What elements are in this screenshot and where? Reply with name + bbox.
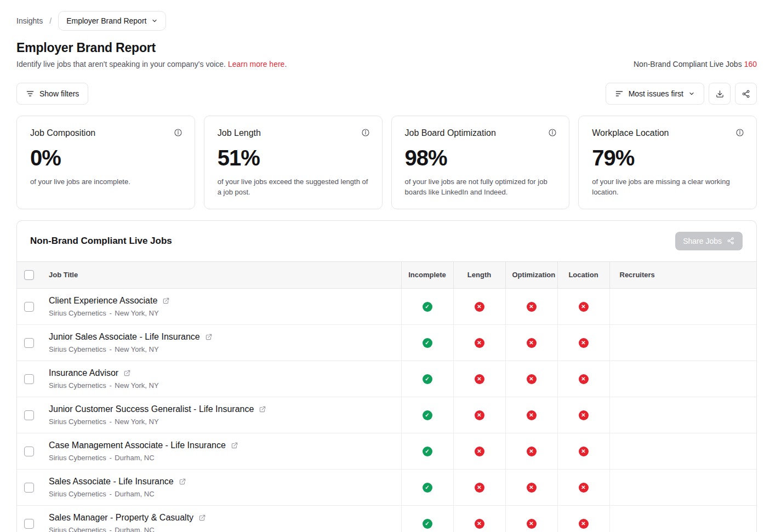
sort-dropdown[interactable]: Most issues first	[606, 83, 704, 105]
toolbar: Show filters Most issues first	[16, 83, 757, 105]
breadcrumb: Insights / Employer Brand Report	[16, 11, 757, 31]
card-title: Job Board Optimization	[405, 128, 496, 138]
column-header-location[interactable]: Location	[557, 261, 609, 288]
status-icon: ✓	[423, 447, 432, 456]
card-description: of your live jobs are incomplete.	[30, 177, 182, 187]
download-icon	[715, 89, 725, 99]
status-icon: ✕	[475, 519, 484, 529]
table-row: Junior Customer Success Generalist - Lif…	[17, 397, 756, 433]
breadcrumb-insights[interactable]: Insights	[16, 16, 43, 25]
share-jobs-button[interactable]: Share Jobs	[675, 232, 743, 250]
breadcrumb-separator: /	[49, 16, 52, 25]
stat-card-job-composition: Job Composition 0% of your live jobs are…	[16, 116, 195, 209]
card-title: Job Length	[218, 128, 261, 138]
share-jobs-label: Share Jobs	[683, 237, 722, 245]
stat-card-workplace-location: Workplace Location 79% of your live jobs…	[578, 116, 757, 209]
table-row: Junior Sales Associate - Life Insurance …	[17, 324, 756, 361]
column-header-job-title[interactable]: Job Title	[39, 261, 401, 288]
status-icon: ✓	[423, 483, 432, 493]
column-header-incomplete[interactable]: Incomplete	[401, 261, 453, 288]
job-meta: Sirius Cybernetics - New York, NY	[49, 417, 395, 426]
card-description: of your live jobs are not fully optimize…	[405, 177, 557, 198]
page-subtitle: Identify live jobs that aren't speaking …	[16, 60, 287, 68]
job-title-link[interactable]: Junior Customer Success Generalist - Lif…	[49, 404, 254, 414]
row-checkbox[interactable]	[24, 338, 34, 348]
row-checkbox[interactable]	[24, 447, 34, 456]
status-icon: ✕	[579, 410, 589, 420]
recruiters-cell	[609, 469, 756, 505]
card-value: 79%	[592, 146, 744, 170]
column-header-recruiters[interactable]: Recruiters	[609, 261, 756, 288]
card-value: 98%	[405, 146, 557, 170]
stat-card-job-board-optimization: Job Board Optimization 98% of your live …	[391, 116, 570, 209]
info-icon[interactable]	[361, 128, 370, 137]
column-header-optimization[interactable]: Optimization	[505, 261, 557, 288]
toolbar-right: Most issues first	[606, 83, 757, 105]
external-link-icon[interactable]	[231, 442, 238, 449]
job-meta: Sirius Cybernetics - Durham, NC	[49, 490, 395, 498]
chevron-down-icon	[688, 90, 695, 97]
status-icon: ✕	[475, 483, 484, 493]
show-filters-button[interactable]: Show filters	[16, 83, 88, 105]
row-checkbox[interactable]	[24, 374, 34, 384]
external-link-icon[interactable]	[179, 478, 186, 485]
report-selector-label: Employer Brand Report	[66, 16, 146, 25]
status-icon: ✕	[475, 338, 484, 348]
sort-icon	[615, 89, 624, 98]
status-icon: ✕	[475, 302, 484, 312]
recruiters-cell	[609, 324, 756, 361]
status-icon: ✕	[579, 338, 589, 348]
row-checkbox[interactable]	[24, 302, 34, 312]
external-link-icon[interactable]	[259, 405, 266, 413]
sort-label: Most issues first	[629, 89, 683, 98]
external-link-icon[interactable]	[198, 514, 206, 522]
employer-brand-report-page: Insights / Employer Brand Report Employe…	[0, 0, 770, 532]
share-icon	[742, 89, 751, 99]
job-meta: Sirius Cybernetics - New York, NY	[49, 345, 395, 353]
status-icon: ✕	[579, 447, 589, 456]
job-meta: Sirius Cybernetics - New York, NY	[49, 309, 395, 317]
download-button[interactable]	[709, 83, 731, 105]
info-icon[interactable]	[548, 128, 557, 137]
status-icon: ✕	[579, 374, 589, 384]
job-title-link[interactable]: Client Experience Associate	[49, 296, 157, 306]
show-filters-label: Show filters	[39, 89, 79, 98]
card-description: of your live jobs exceed the suggested l…	[218, 177, 370, 198]
stat-cards: Job Composition 0% of your live jobs are…	[16, 116, 757, 209]
job-title-link[interactable]: Insurance Advisor	[49, 368, 118, 378]
column-header-length[interactable]: Length	[453, 261, 505, 288]
job-meta: Sirius Cybernetics - Durham, NC	[49, 526, 395, 532]
job-title-link[interactable]: Junior Sales Associate - Life Insurance	[49, 332, 200, 342]
job-title-link[interactable]: Case Management Associate - Life Insuran…	[49, 441, 226, 450]
share-button[interactable]	[735, 83, 757, 105]
card-title: Job Composition	[30, 128, 95, 138]
row-checkbox[interactable]	[24, 519, 34, 529]
table-header-row: Job Title Incomplete Length Optimization…	[17, 261, 756, 288]
external-link-icon[interactable]	[123, 369, 131, 377]
learn-more-link[interactable]: Learn more here	[228, 60, 285, 68]
status-icon: ✕	[527, 302, 537, 312]
info-icon[interactable]	[735, 128, 744, 137]
job-title-link[interactable]: Sales Associate - Life Insurance	[49, 477, 174, 487]
row-checkbox[interactable]	[24, 483, 34, 493]
table-row: Sales Associate - Life Insurance Sirius …	[17, 469, 756, 505]
card-description: of your live jobs are missing a clear wo…	[592, 177, 744, 198]
card-value: 51%	[218, 146, 370, 170]
report-selector-dropdown[interactable]: Employer Brand Report	[58, 11, 166, 31]
table-row: Sales Manager - Property & Casualty Siri…	[17, 505, 756, 532]
status-icon: ✕	[579, 302, 589, 312]
job-title-link[interactable]: Sales Manager - Property & Casualty	[49, 513, 193, 523]
row-checkbox[interactable]	[24, 410, 34, 420]
external-link-icon[interactable]	[162, 297, 170, 305]
external-link-icon[interactable]	[205, 333, 213, 341]
info-icon[interactable]	[174, 128, 182, 137]
status-icon: ✓	[423, 519, 432, 529]
filter-icon	[26, 89, 35, 98]
table-row: Client Experience Associate Sirius Cyber…	[17, 288, 756, 324]
recruiters-cell	[609, 361, 756, 397]
select-all-checkbox[interactable]	[24, 270, 34, 280]
status-icon: ✓	[423, 338, 432, 348]
status-icon: ✕	[475, 410, 484, 420]
status-icon: ✕	[579, 483, 589, 493]
job-meta: Sirius Cybernetics - Durham, NC	[49, 454, 395, 462]
